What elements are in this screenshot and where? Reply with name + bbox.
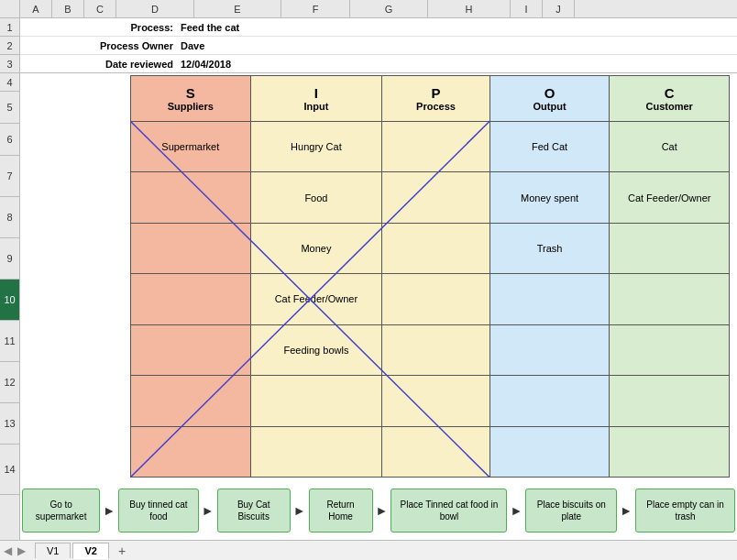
cell-i3: Money [250, 223, 382, 273]
step-3: Buy Cat Biscuits [217, 489, 291, 533]
column-headers: A B C D E F G H I J [0, 0, 737, 18]
cell-p2 [382, 172, 490, 223]
cell-i7 [250, 426, 382, 477]
cell-c7 [610, 426, 730, 477]
row-1: 1 [0, 18, 19, 37]
cell-p4 [382, 274, 490, 324]
row-5: 5 [0, 92, 19, 124]
row-12: 12 [0, 362, 19, 403]
date-label: Date reviewed [20, 59, 181, 70]
col-e: E [194, 0, 281, 17]
process-value: Feed the cat [181, 22, 239, 33]
row-9: 9 [0, 238, 19, 280]
cell-o1: Fed Cat [490, 122, 610, 172]
arrow-2: ► [202, 503, 214, 518]
cell-o3: Trash [490, 223, 610, 273]
row-6: 6 [0, 124, 19, 156]
info-row-process: Process: Feed the cat [20, 18, 737, 37]
cell-s5 [131, 324, 251, 375]
tab-v1[interactable]: V1 [35, 543, 71, 558]
main-content: Process: Feed the cat Process Owner Dave… [20, 18, 737, 540]
cell-s2 [131, 172, 251, 223]
step-7: Place empty can in trash [635, 489, 735, 533]
sipoc-diagram: S Suppliers I Input P Process O [130, 75, 730, 478]
sipoc-table: S Suppliers I Input P Process O [130, 75, 730, 478]
cell-c2: Cat Feeder/Owner [610, 172, 730, 223]
cell-p5 [382, 324, 490, 375]
cell-s6 [131, 376, 251, 426]
cell-s4 [131, 274, 251, 324]
cell-p7 [382, 426, 490, 477]
header-o: O Output [490, 76, 610, 122]
arrow-5: ► [510, 503, 522, 518]
cell-c6 [610, 376, 730, 426]
date-value: 12/04/2018 [181, 59, 231, 70]
tab-nav-right[interactable]: ▶ [17, 544, 26, 557]
arrow-3: ► [293, 503, 306, 518]
cell-c3 [610, 223, 730, 273]
sheet-tabs: ◀ ▶ V1 V2 + [0, 540, 737, 560]
col-b: B [52, 0, 84, 17]
process-label: Process: [20, 22, 181, 33]
info-row-owner: Process Owner Dave [20, 37, 737, 55]
step-1: Go to supermarket [22, 489, 100, 533]
row-11: 11 [0, 321, 19, 362]
cell-i4: Cat Feeder/Owner [250, 274, 382, 324]
header-p: P Process [382, 76, 490, 122]
arrow-4: ► [376, 503, 389, 518]
cell-o5 [490, 324, 610, 375]
arrow-1: ► [103, 503, 116, 518]
cell-s7 [131, 426, 251, 477]
cell-i2: Food [250, 172, 382, 223]
header-c: C Customer [610, 76, 730, 122]
col-a: A [20, 0, 52, 17]
header-i: I Input [250, 76, 382, 122]
info-row-date: Date reviewed 12/04/2018 [20, 55, 737, 73]
row-headers: 1 2 3 4 5 6 7 8 9 10 11 12 13 14 [0, 18, 20, 560]
col-j: J [543, 0, 575, 17]
tab-nav-left[interactable]: ◀ [4, 544, 12, 557]
header-s: S Suppliers [131, 76, 251, 122]
cell-c4 [610, 274, 730, 324]
row-14: 14 [0, 445, 19, 495]
col-f: F [281, 0, 350, 17]
cell-i5: Feeding bowls [250, 324, 382, 375]
row-2: 2 [0, 37, 19, 55]
col-c: C [84, 0, 116, 17]
arrow-6: ► [620, 503, 632, 518]
row-7: 7 [0, 156, 19, 197]
col-g: G [350, 0, 428, 17]
step-2: Buy tinned cat food [118, 489, 199, 533]
col-d: D [116, 0, 194, 17]
cell-p3 [382, 223, 490, 273]
row-8: 8 [0, 197, 19, 238]
cell-p6 [382, 376, 490, 426]
info-section: Process: Feed the cat Process Owner Dave… [20, 18, 737, 73]
process-steps-row: Go to supermarket ► Buy tinned cat food … [20, 483, 737, 538]
cell-o4 [490, 274, 610, 324]
col-h: H [428, 0, 511, 17]
cell-o2: Money spent [490, 172, 610, 223]
corner-header [0, 0, 20, 17]
cell-c1: Cat [610, 122, 730, 172]
step-4: Return Home [309, 489, 373, 533]
row-13: 13 [0, 403, 19, 445]
cell-p1 [382, 122, 490, 172]
cell-s3 [131, 223, 251, 273]
add-sheet-button[interactable]: + [111, 542, 133, 560]
row-3: 3 [0, 55, 19, 73]
cell-c5 [610, 324, 730, 375]
row-10: 10 [0, 280, 19, 321]
cell-o6 [490, 376, 610, 426]
tab-v2[interactable]: V2 [72, 543, 108, 559]
owner-value: Dave [181, 40, 204, 51]
owner-label: Process Owner [20, 40, 181, 51]
col-i: I [511, 0, 543, 17]
cell-i6 [250, 376, 382, 426]
step-5: Place Tinned cat food in bowl [390, 489, 507, 533]
cell-s1: Supermarket [131, 122, 251, 172]
cell-o7 [490, 426, 610, 477]
row-4: 4 [0, 73, 19, 92]
spreadsheet: A B C D E F G H I J 1 2 3 4 5 6 7 8 9 10… [0, 0, 737, 560]
cell-i1: Hungry Cat [250, 122, 382, 172]
